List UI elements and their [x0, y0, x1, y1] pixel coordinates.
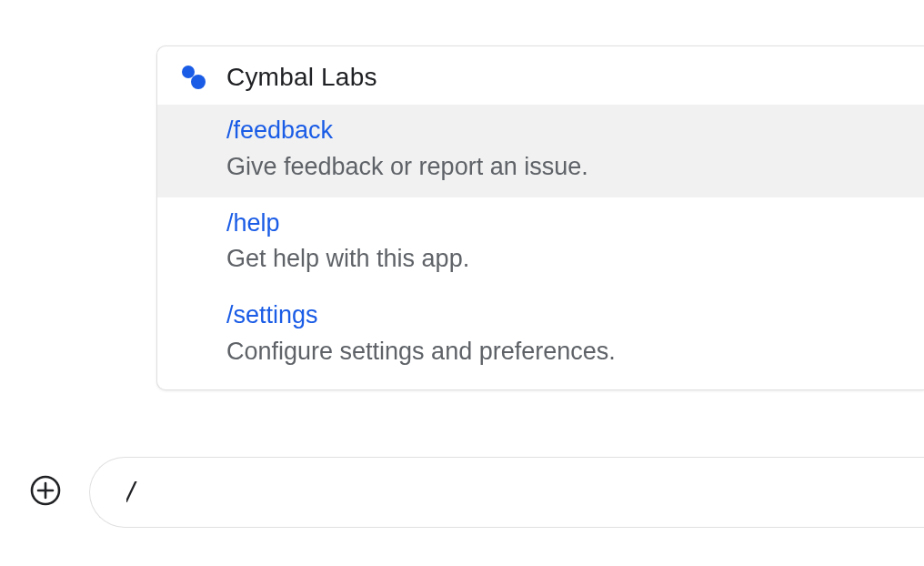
command-desc: Give feedback or report an issue. [226, 150, 899, 185]
popup-app-title: Cymbal Labs [226, 63, 377, 92]
command-name: /feedback [226, 114, 899, 148]
command-desc: Configure settings and preferences. [226, 335, 899, 369]
command-name: /help [226, 207, 899, 241]
svg-point-1 [191, 75, 206, 89]
message-input[interactable] [126, 476, 888, 510]
command-desc: Get help with this app. [226, 242, 899, 277]
message-input-container[interactable] [89, 457, 924, 528]
svg-point-0 [182, 66, 195, 78]
command-item-help[interactable]: /help Get help with this app. [157, 197, 924, 290]
app-logo-icon [179, 64, 206, 91]
compose-row [27, 457, 924, 528]
add-button[interactable] [27, 474, 64, 510]
command-item-feedback[interactable]: /feedback Give feedback or report an iss… [157, 105, 924, 197]
plus-circle-icon [29, 474, 62, 510]
popup-header: Cymbal Labs [157, 46, 924, 105]
command-name: /settings [226, 298, 899, 333]
slash-command-popup: Cymbal Labs /feedback Give feedback or r… [156, 45, 924, 390]
command-item-settings[interactable]: /settings Configure settings and prefere… [157, 289, 924, 382]
